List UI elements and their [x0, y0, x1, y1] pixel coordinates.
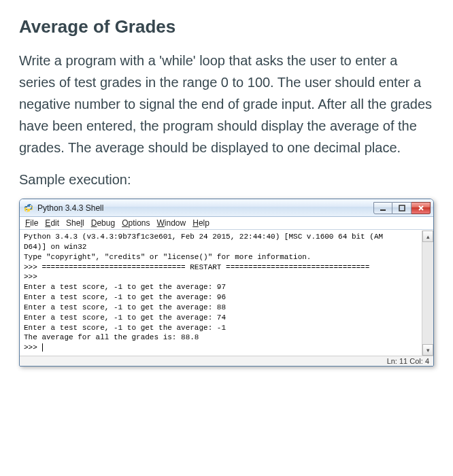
- python-icon: [24, 203, 33, 213]
- menu-options[interactable]: Options: [122, 218, 150, 228]
- problem-description: Write a program with a 'while' loop that…: [19, 50, 434, 158]
- shell-line: >>> ================================ RES…: [24, 263, 369, 271]
- shell-line: D64)] on win32: [24, 243, 86, 251]
- menu-file[interactable]: File: [25, 218, 38, 228]
- shell-line: Enter a test score, -1 to get the averag…: [24, 303, 226, 311]
- shell-line: Python 3.4.3 (v3.4.3:9b73f1c3e601, Feb 2…: [24, 233, 383, 241]
- close-button[interactable]: [412, 202, 431, 214]
- menu-window[interactable]: Window: [157, 218, 186, 228]
- menu-debug[interactable]: Debug: [91, 218, 115, 228]
- menu-edit[interactable]: Edit: [45, 218, 59, 228]
- scroll-up-button[interactable]: ▴: [422, 231, 433, 242]
- minimize-button[interactable]: [373, 202, 392, 214]
- menubar: File Edit Shell Debug Options Window Hel…: [20, 217, 433, 230]
- shell-line: Enter a test score, -1 to get the averag…: [24, 313, 226, 322]
- shell-line: The average for all the grades is: 88.8: [24, 333, 199, 341]
- window-controls: [373, 202, 431, 214]
- shell-line: Enter a test score, -1 to get the averag…: [24, 283, 226, 291]
- cursor-position: Ln: 11 Col: 4: [387, 357, 429, 365]
- menu-help[interactable]: Help: [192, 218, 209, 228]
- shell-prompt: >>>: [24, 343, 41, 352]
- shell-window: Python 3.4.3 Shell File Edit Shell Debug…: [19, 199, 434, 367]
- titlebar[interactable]: Python 3.4.3 Shell: [20, 199, 433, 217]
- shell-output[interactable]: Python 3.4.3 (v3.4.3:9b73f1c3e601, Feb 2…: [20, 231, 422, 356]
- page-title: Average of Grades: [19, 16, 434, 37]
- shell-line: Enter a test score, -1 to get the averag…: [24, 293, 226, 301]
- scroll-down-button[interactable]: ▾: [422, 344, 433, 356]
- svg-rect-1: [399, 205, 405, 211]
- vertical-scrollbar[interactable]: ▴ ▾: [422, 231, 433, 356]
- statusbar: Ln: 11 Col: 4: [20, 356, 433, 366]
- chevron-down-icon: ▾: [426, 347, 430, 354]
- text-cursor: [42, 343, 43, 352]
- maximize-button[interactable]: [392, 202, 412, 214]
- shell-line: >>>: [24, 273, 41, 281]
- menu-shell[interactable]: Shell: [66, 218, 84, 228]
- shell-line: Enter a test score, -1 to get the averag…: [24, 324, 226, 332]
- chevron-up-icon: ▴: [426, 233, 430, 240]
- shell-line: Type "copyright", "credits" or "license(…: [24, 253, 311, 261]
- svg-rect-0: [380, 209, 386, 211]
- window-title: Python 3.4.3 Shell: [37, 203, 373, 213]
- sample-label: Sample execution:: [19, 172, 434, 188]
